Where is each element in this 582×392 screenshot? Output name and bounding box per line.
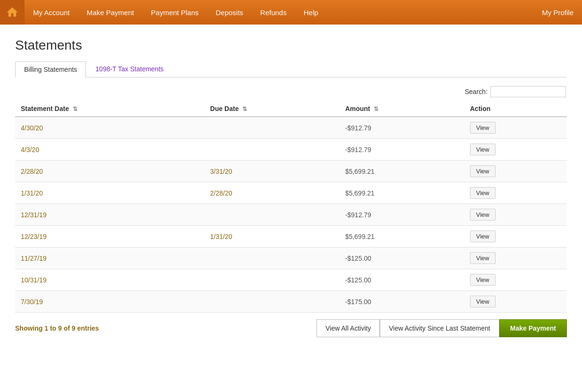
cell-statement-date: 2/28/20 [15,161,205,182]
footer-buttons: View All Activity View Activity Since La… [317,319,567,337]
my-profile-link[interactable]: My Profile [533,0,582,25]
search-label: Search: [465,88,488,95]
nav-item-my-account[interactable]: My Account [25,0,78,25]
table-row: 1/31/20 2/28/20 $5,699.21 View [15,182,567,204]
sort-icon-statement-date: ⇅ [73,106,77,112]
cell-action: View [464,247,567,269]
view-button[interactable]: View [470,209,496,221]
nav-item-help[interactable]: Help [295,0,327,25]
cell-due-date [205,139,340,161]
nav-item-deposits[interactable]: Deposits [207,0,251,25]
cell-due-date: 3/31/20 [205,161,340,182]
sort-icon-amount: ⇅ [374,106,378,112]
table-row: 12/23/19 1/31/20 $5,699.21 View [15,226,567,247]
make-payment-button[interactable]: Make Payment [499,319,567,337]
cell-amount: $5,699.21 [340,182,464,204]
showing-middle: of [62,324,72,332]
cell-amount: -$912.79 [340,139,464,161]
cell-statement-date: 12/31/19 [15,204,205,226]
search-input[interactable] [490,86,566,97]
cell-amount: -$125.00 [340,269,464,291]
view-button[interactable]: View [470,122,496,134]
cell-action: View [464,161,567,182]
cell-action: View [464,117,567,139]
nav-item-payment-plans[interactable]: Payment Plans [143,0,207,25]
col-header-statement-date[interactable]: Statement Date ⇅ [15,101,205,117]
cell-action: View [464,291,567,313]
tabs-container: Billing Statements 1098-T Tax Statements [15,61,567,77]
showing-range: 1 to 9 [44,324,62,332]
cell-action: View [464,204,567,226]
view-button[interactable]: View [470,252,496,264]
cell-due-date: 2/28/20 [205,182,340,204]
view-activity-since-last-statement-button[interactable]: View Activity Since Last Statement [380,319,499,337]
col-header-amount[interactable]: Amount ⇅ [340,101,464,117]
cell-statement-date: 7/30/19 [15,291,205,313]
cell-statement-date: 4/3/20 [15,139,205,161]
table-row: 7/30/19 -$175.00 View [15,291,567,313]
col-header-due-date[interactable]: Due Date ⇅ [205,101,340,117]
view-button[interactable]: View [470,144,496,155]
cell-statement-date: 11/27/19 [15,247,205,269]
main-content: Statements Billing Statements 1098-T Tax… [0,25,582,345]
table-row: 10/31/19 -$125.00 View [15,269,567,291]
cell-amount: $5,699.21 [340,161,464,182]
sort-icon-due-date: ⇅ [242,106,247,112]
cell-action: View [464,269,567,291]
view-button[interactable]: View [470,187,496,199]
showing-suffix: entries [76,324,99,332]
table-row: 11/27/19 -$125.00 View [15,247,567,269]
nav-bar: My Account Make Payment Payment Plans De… [0,0,582,25]
cell-amount: -$125.00 [340,247,464,269]
view-button[interactable]: View [470,165,496,177]
nav-item-make-payment[interactable]: Make Payment [78,0,143,25]
col-header-action: Action [464,101,567,117]
nav-links: My Account Make Payment Payment Plans De… [25,0,533,25]
tab-billing-statements[interactable]: Billing Statements [15,61,86,77]
cell-amount: -$912.79 [340,117,464,139]
cell-action: View [464,226,567,247]
cell-amount: $5,699.21 [340,226,464,247]
cell-due-date [205,269,340,291]
cell-due-date [205,291,340,313]
view-button[interactable]: View [470,296,496,307]
nav-item-refunds[interactable]: Refunds [252,0,295,25]
showing-text: Showing 1 to 9 of 9 entries [15,324,99,332]
cell-due-date [205,204,340,226]
view-all-activity-button[interactable]: View All Activity [317,319,380,337]
view-button[interactable]: View [470,274,496,286]
tab-tax-statements[interactable]: 1098-T Tax Statements [87,61,172,77]
page-title: Statements [15,38,567,53]
showing-prefix: Showing [15,324,44,332]
table-row: 4/3/20 -$912.79 View [15,139,567,161]
table-row: 4/30/20 -$912.79 View [15,117,567,139]
statements-table: Statement Date ⇅ Due Date ⇅ Amount ⇅ Act… [15,101,567,313]
view-button[interactable]: View [470,230,496,242]
search-row: Search: [15,86,567,97]
cell-due-date: 1/31/20 [205,226,340,247]
cell-amount: -$175.00 [340,291,464,313]
cell-amount: -$912.79 [340,204,464,226]
cell-statement-date: 1/31/20 [15,182,205,204]
cell-due-date [205,247,340,269]
table-row: 2/28/20 3/31/20 $5,699.21 View [15,161,567,182]
cell-statement-date: 4/30/20 [15,117,205,139]
footer-row: Showing 1 to 9 of 9 entries View All Act… [15,319,567,345]
cell-action: View [464,182,567,204]
showing-total: 9 [72,324,76,332]
cell-statement-date: 10/31/19 [15,269,205,291]
home-button[interactable] [0,0,25,25]
cell-due-date [205,117,340,139]
table-row: 12/31/19 -$912.79 View [15,204,567,226]
table-header-row: Statement Date ⇅ Due Date ⇅ Amount ⇅ Act… [15,101,567,117]
cell-action: View [464,139,567,161]
cell-statement-date: 12/23/19 [15,226,205,247]
